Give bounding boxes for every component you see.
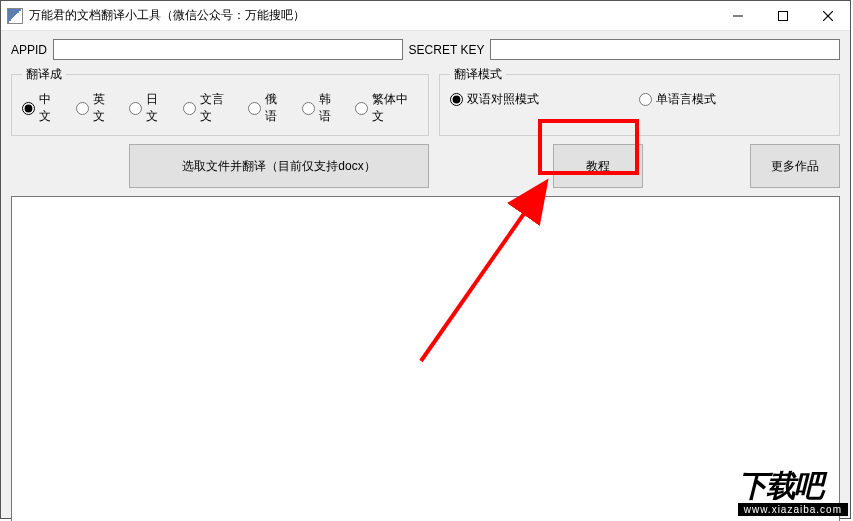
radio-classical-input[interactable] — [183, 102, 196, 115]
appid-input[interactable] — [53, 39, 403, 60]
radio-chinese[interactable]: 中文 — [22, 91, 62, 125]
radio-bilingual[interactable]: 双语对照模式 — [450, 91, 539, 108]
maximize-button[interactable] — [760, 1, 805, 30]
radio-chinese-input[interactable] — [22, 102, 35, 115]
translate-mode-group: 翻译模式 双语对照模式 单语言模式 — [439, 66, 840, 136]
radio-traditional-input[interactable] — [355, 102, 368, 115]
content-area: APPID SECRET KEY 翻译成 中文 英文 日文 文言文 俄语 韩语 … — [1, 31, 850, 521]
radio-english[interactable]: 英文 — [76, 91, 116, 125]
window-controls — [715, 1, 850, 30]
secret-key-label: SECRET KEY — [409, 43, 485, 57]
translate-to-legend: 翻译成 — [22, 66, 66, 83]
radio-japanese-input[interactable] — [129, 102, 142, 115]
credentials-row: APPID SECRET KEY — [11, 39, 840, 60]
radio-classical[interactable]: 文言文 — [183, 91, 234, 125]
translate-mode-legend: 翻译模式 — [450, 66, 506, 83]
more-works-button[interactable]: 更多作品 — [750, 144, 840, 188]
titlebar: 万能君的文档翻译小工具（微信公众号：万能搜吧） — [1, 1, 850, 31]
select-file-button[interactable]: 选取文件并翻译（目前仅支持docx） — [129, 144, 429, 188]
radio-japanese[interactable]: 日文 — [129, 91, 169, 125]
radio-mono-input[interactable] — [639, 93, 652, 106]
radio-bilingual-input[interactable] — [450, 93, 463, 106]
close-button[interactable] — [805, 1, 850, 30]
radio-russian[interactable]: 俄语 — [248, 91, 288, 125]
minimize-button[interactable] — [715, 1, 760, 30]
radio-traditional[interactable]: 繁体中文 — [355, 91, 418, 125]
output-textarea[interactable] — [11, 196, 840, 521]
radio-korean-input[interactable] — [302, 102, 315, 115]
options-row: 翻译成 中文 英文 日文 文言文 俄语 韩语 繁体中文 翻译模式 双语对照模式 … — [11, 66, 840, 136]
svg-rect-1 — [778, 11, 787, 20]
tutorial-button[interactable]: 教程 — [553, 144, 643, 188]
maximize-icon — [778, 11, 788, 21]
app-window: 万能君的文档翻译小工具（微信公众号：万能搜吧） APPID SECRET KEY… — [0, 0, 851, 519]
window-title: 万能君的文档翻译小工具（微信公众号：万能搜吧） — [29, 7, 715, 24]
radio-russian-input[interactable] — [248, 102, 261, 115]
language-radio-row: 中文 英文 日文 文言文 俄语 韩语 繁体中文 — [22, 91, 418, 125]
app-icon — [7, 8, 23, 24]
radio-mono[interactable]: 单语言模式 — [639, 91, 716, 108]
radio-english-input[interactable] — [76, 102, 89, 115]
close-icon — [823, 11, 833, 21]
minimize-icon — [733, 11, 743, 21]
appid-label: APPID — [11, 43, 47, 57]
secret-key-input[interactable] — [490, 39, 840, 60]
radio-korean[interactable]: 韩语 — [302, 91, 342, 125]
mode-radio-row: 双语对照模式 单语言模式 — [450, 91, 829, 108]
buttons-row: 选取文件并翻译（目前仅支持docx） 教程 更多作品 — [11, 144, 840, 188]
translate-to-group: 翻译成 中文 英文 日文 文言文 俄语 韩语 繁体中文 — [11, 66, 429, 136]
